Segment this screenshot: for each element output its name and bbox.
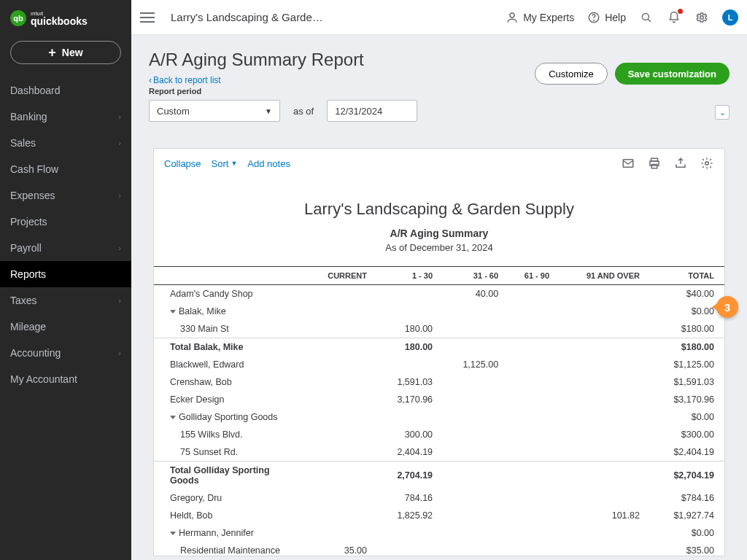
cell [504, 524, 555, 542]
add-notes-link[interactable]: Add notes [247, 158, 290, 169]
report-settings-icon[interactable] [700, 156, 714, 171]
cell [555, 320, 646, 338]
row-label: Crenshaw, Bob [170, 377, 232, 387]
cell [504, 408, 555, 426]
sidebar-item-label: My Accountant [10, 373, 77, 385]
help-icon [587, 11, 600, 24]
cell [555, 338, 646, 357]
collapse-link[interactable]: Collapse [164, 158, 201, 169]
print-icon[interactable] [647, 156, 662, 171]
chevron-right-icon: › [118, 191, 121, 200]
sidebar-item-label: Accounting [10, 347, 61, 359]
cell: $2,404.19 [646, 443, 724, 462]
table-row[interactable]: Hermann, Jennifer$0.00 [154, 524, 724, 542]
sidebar-item-cash-flow[interactable]: Cash Flow [0, 156, 131, 182]
cell [555, 524, 646, 542]
row-label: 330 Main St [180, 324, 229, 334]
cell [438, 320, 504, 338]
expand-icon [170, 310, 176, 314]
table-row[interactable]: Blackwell, Edward1,125.00$1,125.00 [154, 356, 724, 373]
back-to-report-list-link[interactable]: ‹ Back to report list [149, 75, 221, 85]
report-toolbar: Collapse Sort▼ Add notes [154, 149, 724, 178]
asof-label: as of [293, 106, 314, 117]
new-button[interactable]: + New [10, 41, 121, 64]
table-row[interactable]: 330 Main St180.00$180.00 [154, 320, 724, 338]
cell: $0.00 [646, 408, 724, 426]
cell [300, 303, 373, 320]
row-label: Gregory, Dru [170, 493, 222, 503]
row-label: Golliday Sporting Goods [179, 412, 278, 422]
export-icon[interactable] [673, 156, 688, 171]
svg-point-0 [510, 13, 514, 18]
asof-date-input[interactable]: 12/31/2024 [327, 100, 417, 122]
cell [504, 443, 555, 462]
cell: 1,591.03 [373, 373, 438, 391]
cell [555, 285, 646, 303]
table-row[interactable]: Heldt, Bob1,825.92101.82$1,927.74 [154, 507, 724, 524]
cell: $180.00 [646, 338, 724, 357]
sidebar-item-banking[interactable]: Banking› [0, 104, 131, 130]
table-row[interactable]: Adam's Candy Shop40.00$40.00 [154, 285, 724, 303]
table-row[interactable]: Total Balak, Mike180.00$180.00 [154, 338, 724, 357]
cell [504, 507, 555, 524]
table-row[interactable]: Total Golliday Sporting Goods2,704.19$2,… [154, 462, 724, 490]
collapse-panel-icon[interactable]: ⌄ [715, 105, 729, 120]
report-period-select[interactable]: Custom ▼ [149, 100, 280, 122]
user-avatar[interactable]: L [722, 9, 738, 26]
cell [300, 507, 373, 524]
cell [300, 338, 373, 357]
report-heading: Larry's Landscaping & Garden Supply A/R … [154, 178, 724, 262]
sidebar-item-payroll[interactable]: Payroll› [0, 235, 131, 261]
row-label: Hermann, Jennifer [179, 528, 254, 538]
cell [555, 356, 646, 373]
sidebar-item-reports[interactable]: Reports [0, 261, 131, 287]
cell [555, 462, 646, 490]
col-header: 91 AND OVER [555, 267, 646, 285]
cell [300, 443, 373, 462]
report-name: A/R Aging Summary [154, 228, 724, 239]
table-row[interactable]: 155 Wilks Blvd.300.00$300.00 [154, 426, 724, 443]
save-customization-button[interactable]: Save customization [615, 63, 729, 85]
cell [373, 356, 438, 373]
sidebar-item-taxes[interactable]: Taxes› [0, 287, 131, 314]
cell: $0.00 [646, 524, 724, 542]
cell [438, 507, 504, 524]
sidebar-item-expenses[interactable]: Expenses› [0, 182, 131, 209]
help-link[interactable]: Help [587, 11, 626, 24]
sidebar-item-accounting[interactable]: Accounting› [0, 340, 131, 366]
sidebar: qb ıntuıt quickbooks + New DashboardBank… [0, 0, 131, 560]
report-company: Larry's Landscaping & Garden Supply [154, 200, 724, 219]
cell [555, 303, 646, 320]
table-row[interactable]: Balak, Mike$0.00 [154, 303, 724, 320]
table-row[interactable]: Golliday Sporting Goods$0.00 [154, 408, 724, 426]
email-icon[interactable] [621, 156, 635, 171]
table-row[interactable]: Ecker Design3,170.96$3,170.96 [154, 391, 724, 408]
chevron-right-icon: › [118, 139, 121, 147]
table-row[interactable]: Gregory, Dru784.16$784.16 [154, 489, 724, 507]
cell [504, 285, 555, 303]
cell [300, 373, 373, 391]
customize-button[interactable]: Customize [535, 63, 607, 85]
hamburger-icon[interactable] [140, 12, 155, 23]
cell [438, 426, 504, 443]
sidebar-item-mileage[interactable]: Mileage [0, 314, 131, 340]
settings-gear-icon[interactable] [694, 10, 709, 25]
sidebar-item-projects[interactable]: Projects [0, 209, 131, 235]
table-row[interactable]: Crenshaw, Bob1,591.03$1,591.03 [154, 373, 724, 391]
sort-link[interactable]: Sort▼ [212, 158, 238, 169]
notifications-icon[interactable] [667, 10, 681, 25]
my-experts-link[interactable]: My Experts [506, 11, 574, 24]
person-icon [506, 11, 519, 24]
table-row[interactable]: 75 Sunset Rd.2,404.19$2,404.19 [154, 443, 724, 462]
sidebar-item-my-accountant[interactable]: My Accountant [0, 366, 131, 392]
sidebar-item-sales[interactable]: Sales› [0, 130, 131, 156]
company-name[interactable]: Larry's Landscaping & Garde… [171, 11, 506, 23]
sidebar-item-label: Projects [10, 216, 47, 228]
qb-mark-icon: qb [10, 10, 26, 26]
sidebar-item-dashboard[interactable]: Dashboard [0, 77, 131, 104]
cell: 35.00 [300, 542, 373, 556]
row-label: Adam's Candy Shop [170, 289, 253, 299]
search-icon[interactable] [639, 10, 654, 25]
table-row[interactable]: Residential Maintenance35.00$35.00 [154, 542, 724, 556]
cell [300, 408, 373, 426]
